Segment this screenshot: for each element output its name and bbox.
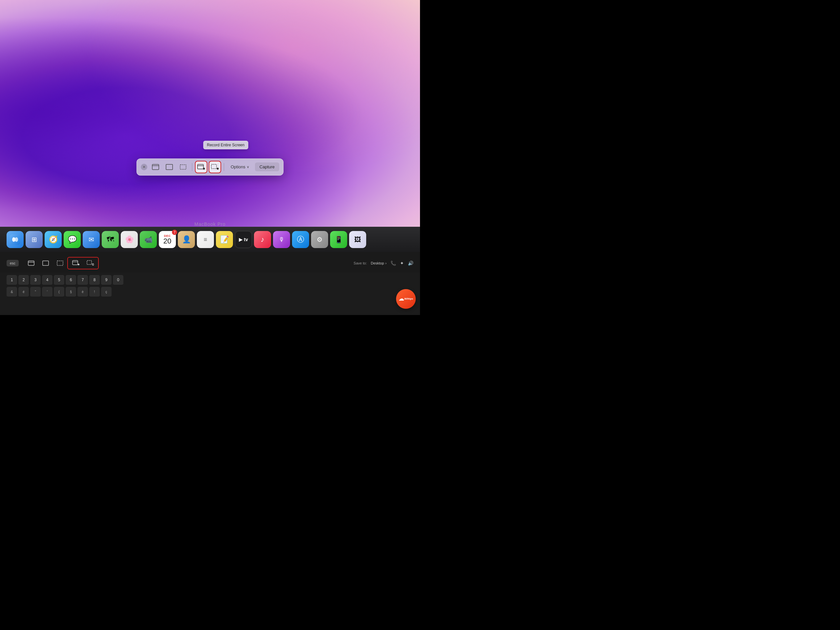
screenshot-fullscreen-button[interactable] [164,161,175,172]
keyboard: 1 2 3 4 5 6 7 8 9 0 & é " ' ( § è ! ç [0,272,420,315]
dock-appletv[interactable]: ▶ tv [235,231,252,248]
touchbar-phone-icon: 📞 [390,261,396,266]
options-chevron-icon: ∨ [247,165,249,169]
key-apos[interactable]: ' [42,287,52,297]
key-8[interactable]: 8 [89,275,100,286]
key-egrave[interactable]: è [77,287,88,297]
record-screen-icon [197,164,205,170]
dock-messages[interactable]: 💬 [64,231,81,248]
key-6[interactable]: 6 [66,275,76,286]
svg-point-8 [216,168,218,170]
messages-icon: 💬 [68,235,77,244]
macbook-label: MacBook Pro [194,221,226,227]
screenshot-window-button[interactable] [150,161,161,172]
options-button[interactable]: Options ∨ [227,163,252,171]
close-button[interactable]: ✕ [141,164,147,170]
photos-icon: 🌸 [125,235,134,244]
dock-photos2[interactable]: 🖼 [349,231,366,248]
tooltip: Record Entire Screen [203,141,248,149]
record-selection-button[interactable] [209,161,221,172]
key-open-paren[interactable]: ( [54,287,64,297]
dock: ⊞ 🧭 💬 ✉ 🗺 🌸 📹 7 DEC 20 👤 ≡ 📝 ▶ [0,227,420,252]
key-4[interactable]: 4 [42,275,52,286]
dock-safari[interactable]: 🧭 [45,231,62,248]
touchbar-brightness-icon: ✦ [400,261,404,266]
touchbar-record-selection[interactable] [83,258,98,268]
key-7[interactable]: 7 [77,275,88,286]
key-1[interactable]: 1 [6,275,17,286]
key-0[interactable]: 0 [113,275,123,286]
svg-rect-3 [180,165,186,169]
capture-label: Capture [259,164,275,169]
calendar-day: 20 [163,238,171,245]
notes-icon: 📝 [220,235,229,244]
safari-icon: 🧭 [49,235,58,244]
touchbar: esc S [0,254,420,273]
dock-mail[interactable]: ✉ [83,231,100,248]
keyboard-number-row: 1 2 3 4 5 6 7 8 9 0 [6,275,414,286]
mail-icon: ✉ [88,235,94,243]
touchbar-esc-key[interactable]: esc [6,260,19,267]
touchbar-volume-icon: 🔊 [408,261,414,266]
options-label: Options [231,164,245,169]
dock-settings[interactable]: ⚙ [311,231,328,248]
record-screen-button[interactable] [196,161,207,172]
badge-365tips[interactable]: ☁ 365tips [396,289,416,309]
podcasts-icon: 🎙 [279,236,284,243]
dock-appstore[interactable]: Ⓐ [292,231,309,248]
svg-point-18 [78,264,79,265]
dock-reminders[interactable]: ≡ [197,231,214,248]
touchbar-record-selection-icon [87,260,94,266]
capture-button[interactable]: Capture [255,163,279,171]
dock-podcasts[interactable]: 🎙 [273,231,290,248]
dock-contacts[interactable]: 👤 [178,231,195,248]
save-to-destination: Desktop [371,261,384,265]
dock-launchpad[interactable]: ⊞ [25,231,43,248]
dock-maps[interactable]: 🗺 [102,231,119,248]
key-ccedil[interactable]: ç [101,287,112,297]
dock-whatsapp[interactable]: 📱 [330,231,347,248]
window-icon [152,164,159,170]
screenshot-selection-button[interactable] [177,161,189,172]
svg-rect-12 [28,261,34,265]
save-to-label: Save to: [354,261,367,265]
facetime-icon: 📹 [144,235,153,243]
appstore-icon: Ⓐ [297,235,304,245]
save-to-value[interactable]: Desktop › [371,261,387,265]
dock-notes[interactable]: 📝 [216,231,233,248]
dock-music[interactable]: ♪ [254,231,271,248]
keyboard-symbol-row: & é " ' ( § è ! ç [6,287,414,297]
badge-365tips-icon: ☁ [399,296,404,302]
key-quote[interactable]: " [30,287,41,297]
dock-facetime[interactable]: 📹 [140,231,157,248]
reminders-icon: ≡ [204,236,207,243]
svg-rect-15 [57,261,63,265]
desktop-background [0,0,420,227]
svg-point-6 [203,168,205,170]
touchbar-screenshot-selection[interactable] [53,258,67,268]
key-section[interactable]: § [66,287,76,297]
key-eacute[interactable]: é [18,287,29,297]
touchbar-fullscreen-icon [42,261,49,266]
dock-finder[interactable] [6,231,24,248]
key-5[interactable]: 5 [54,275,64,286]
svg-rect-19 [87,261,92,264]
key-amp[interactable]: & [6,287,17,297]
touchbar-record-screen[interactable] [69,258,83,268]
toolbar-separator-1 [192,163,192,171]
svg-rect-16 [73,261,78,265]
dock-calendar[interactable]: 7 DEC 20 [159,231,176,248]
key-excl[interactable]: ! [89,287,100,297]
toolbar-separator-2 [224,163,224,171]
touchbar-screenshot-window[interactable] [24,258,38,268]
photos2-icon: 🖼 [354,236,361,243]
touchbar-screenshot-fullscreen[interactable] [38,258,53,268]
key-2[interactable]: 2 [18,275,29,286]
svg-rect-4 [197,164,204,169]
dock-photos[interactable]: 🌸 [121,231,138,248]
svg-rect-2 [166,164,172,170]
svg-rect-0 [152,164,159,170]
key-9[interactable]: 9 [101,275,112,286]
record-selection-icon [211,164,219,170]
key-3[interactable]: 3 [30,275,41,286]
